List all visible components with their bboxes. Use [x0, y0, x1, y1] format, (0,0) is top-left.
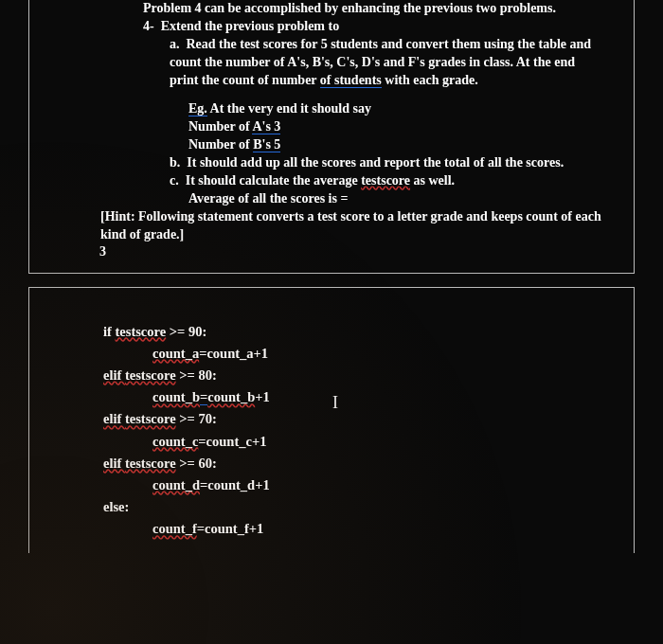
avg-line: Average of all the scores is = — [188, 191, 348, 206]
num-a-ul: A's 3 — [252, 119, 280, 134]
item-b-label: b. — [170, 155, 180, 170]
item-c-underline: testscore — [361, 173, 410, 188]
num-a-pre: Number of — [188, 119, 252, 134]
code-box: I if testscore >= 90: count_a=count_a+1 … — [28, 287, 635, 554]
eg-text: At the very end it should say — [207, 101, 371, 116]
code-line-3: elif testscore >= 80: — [103, 365, 615, 386]
code-line-10: count_f=count_f+1 — [103, 518, 615, 540]
item-b-text: It should add up all the scores and repo… — [187, 155, 564, 170]
code-line-5: elif testscore >= 70: — [103, 408, 615, 430]
code-line-9: else: — [103, 496, 615, 518]
problem-title: Extend the previous problem to — [161, 19, 340, 33]
text-cursor: I — [332, 389, 338, 417]
item-a-text2: with each grade. — [382, 73, 478, 87]
code-line-4: count_b=count_b+1 — [103, 386, 615, 408]
item-c-text1: It should calculate the average — [186, 173, 361, 188]
eg-label: Eg. — [188, 101, 207, 116]
problem-box-top: Problem 4 can be accomplished by enhanci… — [28, 0, 635, 274]
num-b-ul: B's 5 — [253, 137, 280, 152]
problem-intro: Problem 4 can be accomplished by enhanci… — [143, 1, 556, 15]
problem-text: Problem 4 can be accomplished by enhanci… — [48, 0, 615, 208]
code-line-1: if testscore >= 90: — [103, 321, 615, 343]
code-line-7: elif testscore >= 60: — [103, 453, 615, 474]
hint-text: [Hint: Following statement converts a te… — [48, 208, 615, 244]
page-number: 3 — [99, 244, 106, 259]
item-a-underline: of students — [320, 73, 382, 88]
num-b-pre: Number of — [188, 137, 253, 152]
code-line-6: count_c=count_c+1 — [103, 431, 615, 453]
item-a-label: a. — [170, 37, 180, 51]
code-line-8: count_d=count_d+1 — [103, 474, 615, 496]
problem-number: 4- — [143, 19, 154, 33]
code-block: I if testscore >= 90: count_a=count_a+1 … — [48, 321, 615, 541]
item-c-text2: as well. — [410, 173, 455, 188]
code-line-2: count_a=count_a+1 — [103, 343, 615, 365]
item-c-label: c. — [170, 173, 179, 188]
